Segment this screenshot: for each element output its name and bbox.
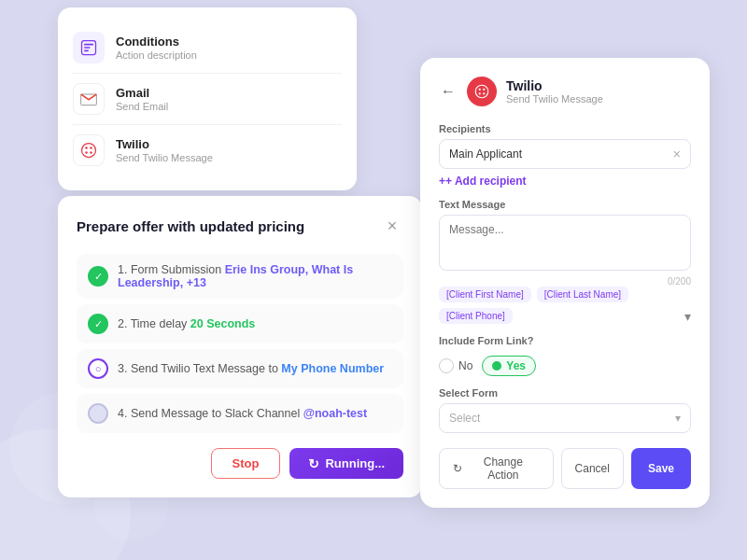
variables-expand-button[interactable]: ▾ [684, 309, 691, 324]
running-button[interactable]: ↻ Running... [289, 448, 403, 479]
no-label: No [458, 359, 472, 372]
svg-point-10 [479, 92, 481, 94]
recipient-tag[interactable]: Main Applicant × [439, 139, 691, 169]
conditions-subtitle: Action description [116, 49, 197, 61]
running-spinner: ↻ [308, 456, 319, 471]
svg-point-7 [475, 85, 488, 98]
workflow-title: Prepare offer with updated pricing [77, 218, 304, 234]
select-placeholder: Select [449, 412, 480, 425]
twilio-config-panel: ← Twilio Send Twilio Message Recipients … [420, 58, 710, 508]
gmail-title: Gmail [116, 86, 168, 100]
svg-point-11 [483, 92, 485, 94]
gmail-action[interactable]: Gmail Send Email [73, 74, 342, 125]
step-4[interactable]: 4. Send Message to Slack Channel @noah-t… [77, 394, 403, 433]
twilio-panel-icon [467, 77, 497, 106]
workflow-footer: Stop ↻ Running... [77, 448, 403, 479]
step-4-icon [88, 403, 108, 424]
panel-subtitle: Send Twilio Message [506, 93, 603, 105]
svg-point-4 [90, 147, 92, 149]
var-last-name[interactable]: [Client Last Name] [537, 287, 628, 302]
twilio-action[interactable]: Twilio Send Twilio Message [73, 125, 342, 175]
step-4-text: 4. Send Message to Slack Channel @noah-t… [118, 407, 367, 420]
twilio-action-subtitle: Send Twilio Message [116, 152, 213, 163]
step-3-icon: ○ [88, 358, 108, 379]
message-input[interactable] [439, 215, 691, 271]
yes-label: Yes [506, 359, 526, 372]
gmail-icon [73, 83, 105, 115]
step-2[interactable]: ✓ 2. Time delay 20 Seconds [77, 304, 403, 343]
running-label: Running... [325, 456, 385, 470]
var-first-name[interactable]: [Client First Name] [439, 287, 531, 302]
refresh-icon: ↻ [453, 462, 462, 475]
variables-row: [Client First Name] [Client Last Name] [… [439, 287, 691, 324]
panel-title: Twilio [506, 78, 603, 93]
step-3-text: 3. Send Twilio Text Message to My Phone … [118, 362, 384, 375]
svg-point-6 [90, 151, 92, 154]
svg-point-8 [479, 89, 481, 91]
panel-footer: ↻ Change Action Cancel Save [439, 448, 691, 489]
step-2-icon: ✓ [88, 314, 108, 334]
no-option[interactable]: No [439, 358, 472, 373]
text-message-label: Text Message [439, 199, 691, 210]
actions-card: Conditions Action description Gmail Send… [58, 7, 357, 190]
select-form-label: Select Form [439, 387, 691, 399]
remove-recipient-icon[interactable]: × [673, 147, 681, 161]
include-form-toggle: No Yes [439, 356, 691, 376]
conditions-action[interactable]: Conditions Action description [73, 22, 342, 74]
add-recipient-label: + Add recipient [445, 175, 527, 188]
twilio-action-title: Twilio [116, 137, 213, 151]
yes-dot [492, 361, 501, 371]
twilio-icon [73, 134, 105, 166]
step-1-icon: ✓ [88, 266, 108, 287]
stop-button[interactable]: Stop [211, 448, 281, 479]
workflow-close-button[interactable]: × [381, 215, 403, 237]
save-button[interactable]: Save [631, 448, 691, 489]
plus-icon: + [439, 175, 445, 188]
select-form-dropdown[interactable]: Select ▾ [439, 403, 691, 433]
conditions-icon [73, 32, 105, 63]
recipients-label: Recipients [439, 123, 691, 134]
conditions-title: Conditions [116, 35, 197, 49]
no-radio[interactable] [439, 358, 454, 373]
svg-point-2 [82, 144, 96, 158]
change-action-label: Change Action [467, 455, 540, 482]
workflow-header: Prepare offer with updated pricing × [77, 215, 403, 237]
cancel-button[interactable]: Cancel [561, 448, 624, 489]
step-1-text: 1. Form Submission Erie Ins Group, What … [118, 263, 392, 289]
include-form-link-label: Include Form Link? [439, 335, 691, 346]
var-phone[interactable]: [Client Phone] [439, 308, 513, 324]
step-1[interactable]: ✓ 1. Form Submission Erie Ins Group, Wha… [77, 254, 403, 299]
recipient-value: Main Applicant [449, 147, 522, 161]
step-3[interactable]: ○ 3. Send Twilio Text Message to My Phon… [77, 349, 403, 388]
select-chevron-icon: ▾ [675, 412, 681, 425]
svg-point-9 [483, 89, 485, 91]
svg-point-5 [85, 151, 88, 154]
gmail-subtitle: Send Email [116, 101, 168, 112]
yes-option[interactable]: Yes [482, 356, 536, 376]
add-recipient-button[interactable]: + + Add recipient [439, 175, 691, 188]
panel-title-group: Twilio Send Twilio Message [506, 78, 603, 105]
char-count: 0/200 [439, 276, 691, 287]
back-button[interactable]: ← [439, 81, 458, 102]
workflow-card: Prepare offer with updated pricing × ✓ 1… [58, 196, 422, 497]
step-2-text: 2. Time delay 20 Seconds [118, 317, 255, 330]
change-action-button[interactable]: ↻ Change Action [439, 448, 554, 489]
panel-header: ← Twilio Send Twilio Message [439, 77, 691, 106]
svg-point-3 [85, 147, 88, 149]
